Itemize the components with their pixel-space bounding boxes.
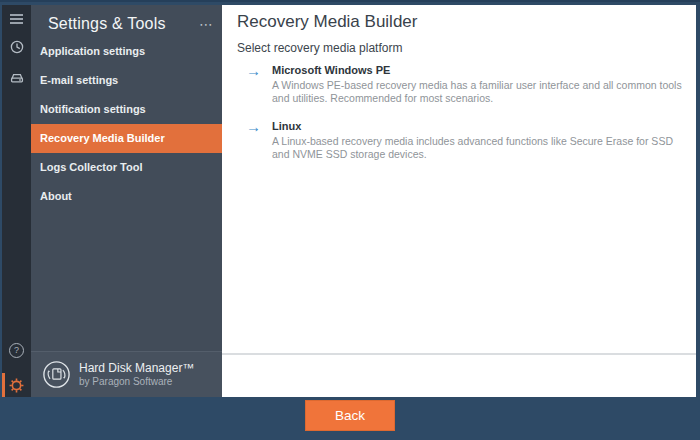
back-button[interactable]: Back xyxy=(305,400,395,431)
sidebar-item-recovery-media-builder[interactable]: Recovery Media Builder xyxy=(31,124,222,153)
settings-menu: Application settings E-mail settings Not… xyxy=(31,37,222,211)
sidebar-item-email-settings[interactable]: E-mail settings xyxy=(31,66,222,95)
sidebar-item-application-settings[interactable]: Application settings xyxy=(31,37,222,66)
option-linux[interactable]: → Linux A Linux-based recovery media inc… xyxy=(246,120,682,161)
bottom-bar: Back xyxy=(0,397,700,440)
option-body: Linux A Linux-based recovery media inclu… xyxy=(272,120,682,161)
hamburger-menu-icon[interactable] xyxy=(2,11,31,27)
main-content: Recovery Media Builder Select recovery m… xyxy=(222,5,696,397)
activity-bar: ? xyxy=(2,5,31,397)
option-body: Microsoft Windows PE A Windows PE-based … xyxy=(272,64,682,105)
sidebar-item-notification-settings[interactable]: Notification settings xyxy=(31,95,222,124)
vendor-name: by Paragon Software xyxy=(79,376,194,388)
product-name: Hard Disk Manager™ xyxy=(79,361,194,376)
gear-icon[interactable] xyxy=(2,377,31,393)
page-subtitle: Select recovery media platform xyxy=(237,41,402,55)
sidebar-item-logs-collector-tool[interactable]: Logs Collector Tool xyxy=(31,153,222,182)
option-title: Linux xyxy=(272,120,682,132)
sidebar: Settings & Tools ⋯ Application settings … xyxy=(31,5,222,397)
help-icon[interactable]: ? xyxy=(2,342,31,358)
paragon-logo-icon xyxy=(41,359,72,390)
branding-footer: Hard Disk Manager™ by Paragon Software xyxy=(31,351,222,397)
arrow-right-icon: → xyxy=(246,118,272,135)
content-divider xyxy=(222,353,696,355)
drive-icon[interactable] xyxy=(2,69,31,85)
option-description: A Linux-based recovery media includes ad… xyxy=(272,135,682,161)
option-windows-pe[interactable]: → Microsoft Windows PE A Windows PE-base… xyxy=(246,64,682,105)
question-mark-icon: ? xyxy=(9,343,24,358)
more-options-icon[interactable]: ⋯ xyxy=(199,19,222,29)
history-icon[interactable] xyxy=(2,39,31,55)
hamburger-icon xyxy=(10,14,23,24)
sidebar-header: Settings & Tools ⋯ xyxy=(31,9,222,39)
option-title: Microsoft Windows PE xyxy=(272,64,682,76)
option-description: A Windows PE-based recovery media has a … xyxy=(272,79,682,105)
arrow-right-icon: → xyxy=(246,62,272,79)
sidebar-title: Settings & Tools xyxy=(31,15,199,33)
page-title: Recovery Media Builder xyxy=(237,12,417,32)
sidebar-item-about[interactable]: About xyxy=(31,182,222,211)
active-section-indicator xyxy=(2,373,5,397)
settings-tools-window: ? Settings & Tools ⋯ Application setting… xyxy=(0,0,700,440)
brand-text: Hard Disk Manager™ by Paragon Software xyxy=(79,361,194,388)
window-top-edge xyxy=(0,0,700,2)
